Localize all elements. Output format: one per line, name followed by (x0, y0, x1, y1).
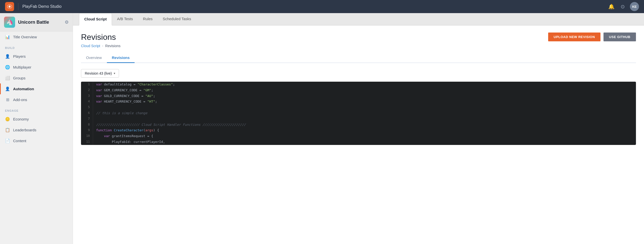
code-line-8: 8 ////////////////////// Cloud Script Ha… (81, 122, 636, 128)
sidebar-item-title-overview[interactable]: 📊 Title Overview (0, 32, 73, 42)
sidebar-section-build: BUILD (0, 42, 73, 51)
code-editor: 1 var defaultCatalog = "CharacterClasses… (81, 82, 636, 145)
multiplayer-icon: 🌐 (5, 65, 10, 70)
tab-scheduled[interactable]: Scheduled Tasks (158, 13, 196, 25)
user-avatar[interactable]: KE (630, 2, 639, 11)
content-icon: 📄 (5, 138, 10, 143)
tab-abtests[interactable]: A/B Tests (112, 13, 138, 25)
code-line-4: 4 var HEART_CURRENCY_CODE = "HT"; (81, 99, 636, 105)
players-icon: 👤 (5, 54, 10, 59)
chevron-down-icon: ▾ (114, 72, 115, 75)
sidebar-label-content: Content (13, 139, 26, 143)
sidebar-item-players[interactable]: 👤 Players (0, 51, 73, 62)
breadcrumb-link[interactable]: Cloud Script (81, 44, 100, 48)
addons-icon: ⊞ (5, 97, 10, 102)
svg-point-1 (9, 6, 11, 8)
code-line-11: 11 PlayFabId: currentPlayerId, (81, 139, 636, 145)
sidebar-item-groups[interactable]: ⬜ Groups (0, 73, 73, 83)
revision-dropdown[interactable]: Revision 43 (live) ▾ (81, 69, 119, 78)
help-icon[interactable]: ⊙ (620, 3, 626, 11)
sidebar-item-addons[interactable]: ⊞ Add-ons (0, 94, 73, 105)
sidebar-label-economy: Economy (13, 117, 29, 121)
sidebar-item-economy[interactable]: 🪙 Economy (0, 114, 73, 125)
sidebar-item-automation[interactable]: 👤 Automation (0, 83, 73, 94)
sidebar-item-multiplayer[interactable]: 🌐 Multiplayer (0, 62, 73, 73)
upload-revision-button[interactable]: UPLOAD NEW REVISION (548, 33, 600, 41)
sidebar-label-title-overview: Title Overview (13, 35, 37, 39)
studio-title: PlayFab Demo Studio (22, 4, 62, 9)
game-name: Unicorn Battle (18, 20, 49, 25)
code-line-10: 10 var grantItemsRequest = { (81, 133, 636, 139)
chart-icon: 📊 (5, 35, 10, 39)
code-line-2: 2 var GEM_CURRENCY_CODE = "GM"; (81, 87, 636, 93)
game-icon: 🦄 (4, 17, 15, 28)
playfab-logo (5, 2, 14, 11)
sidebar-label-addons: Add-ons (13, 98, 27, 102)
code-line-9: 9 function CreateCharacter(args) { (81, 128, 636, 133)
code-line-5: 5 (81, 105, 636, 110)
topnav: PlayFab Demo Studio 🔔 ⊙ KE (0, 0, 644, 13)
page-header: Revisions UPLOAD NEW REVISION USE GITHUB (81, 33, 636, 42)
subtab-overview[interactable]: Overview (81, 53, 107, 63)
notification-icon[interactable]: 🔔 (607, 3, 616, 11)
sidebar: 🦄 Unicorn Battle ⚙ 📊 Title Overview BUIL… (0, 13, 73, 244)
main-content: Cloud Script A/B Tests Rules Scheduled T… (73, 13, 644, 244)
sidebar-section-engage: ENGAGE (0, 105, 73, 114)
sidebar-label-multiplayer: Multiplayer (13, 65, 31, 69)
breadcrumb-separator: › (102, 44, 103, 48)
automation-icon: 👤 (5, 86, 10, 91)
sidebar-label-leaderboards: Leaderboards (13, 128, 36, 132)
page-content: Revisions UPLOAD NEW REVISION USE GITHUB… (73, 25, 644, 244)
nav-divider (18, 3, 18, 10)
settings-icon[interactable]: ⚙ (65, 19, 69, 25)
sidebar-game-header: 🦄 Unicorn Battle ⚙ (0, 13, 73, 32)
groups-icon: ⬜ (5, 76, 10, 80)
sidebar-label-players: Players (13, 54, 26, 58)
tab-rules[interactable]: Rules (138, 13, 157, 25)
code-line-3: 3 var GOLD_CURRENCY_CODE = "AU"; (81, 93, 636, 99)
code-line-6: 6 // this is a simple change (81, 110, 636, 116)
use-github-button[interactable]: USE GITHUB (603, 33, 636, 41)
breadcrumb: Cloud Script › Revisions (81, 44, 636, 48)
app-layout: 🦄 Unicorn Battle ⚙ 📊 Title Overview BUIL… (0, 13, 644, 244)
sidebar-label-groups: Groups (13, 76, 25, 80)
sidebar-item-leaderboards[interactable]: 📋 Leaderboards (0, 125, 73, 135)
economy-icon: 🪙 (5, 117, 10, 121)
breadcrumb-current: Revisions (105, 44, 120, 48)
sidebar-item-content[interactable]: 📄 Content (0, 135, 73, 146)
revision-label: Revision 43 (live) (85, 71, 112, 75)
tab-bar: Cloud Script A/B Tests Rules Scheduled T… (73, 13, 644, 25)
subtab-bar: Overview Revisions (81, 53, 636, 63)
subtab-revisions[interactable]: Revisions (107, 53, 135, 63)
page-actions: UPLOAD NEW REVISION USE GITHUB (548, 33, 636, 41)
code-line-7: 7 (81, 116, 636, 122)
page-title: Revisions (81, 33, 116, 42)
code-line-1: 1 var defaultCatalog = "CharacterClasses… (81, 82, 636, 87)
tab-cloudscript[interactable]: Cloud Script (79, 13, 112, 25)
sidebar-label-automation: Automation (13, 87, 34, 91)
leaderboards-icon: 📋 (5, 128, 10, 132)
